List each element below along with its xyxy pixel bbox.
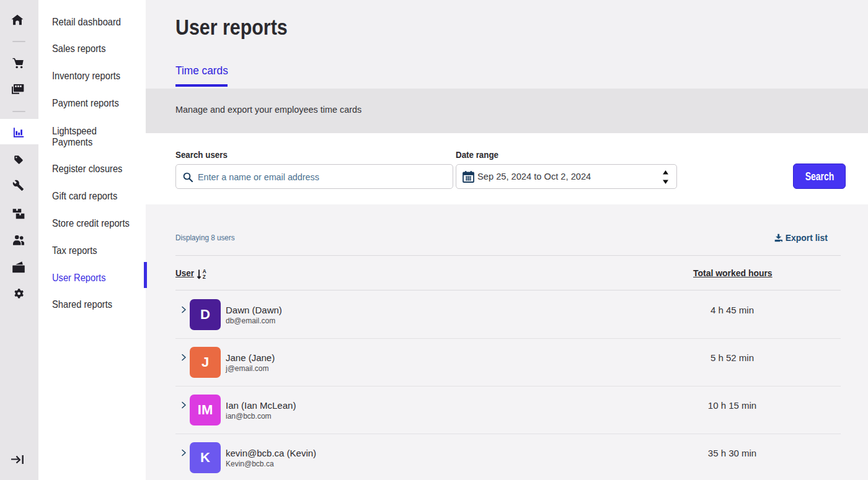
svg-text:Z: Z (203, 274, 206, 279)
